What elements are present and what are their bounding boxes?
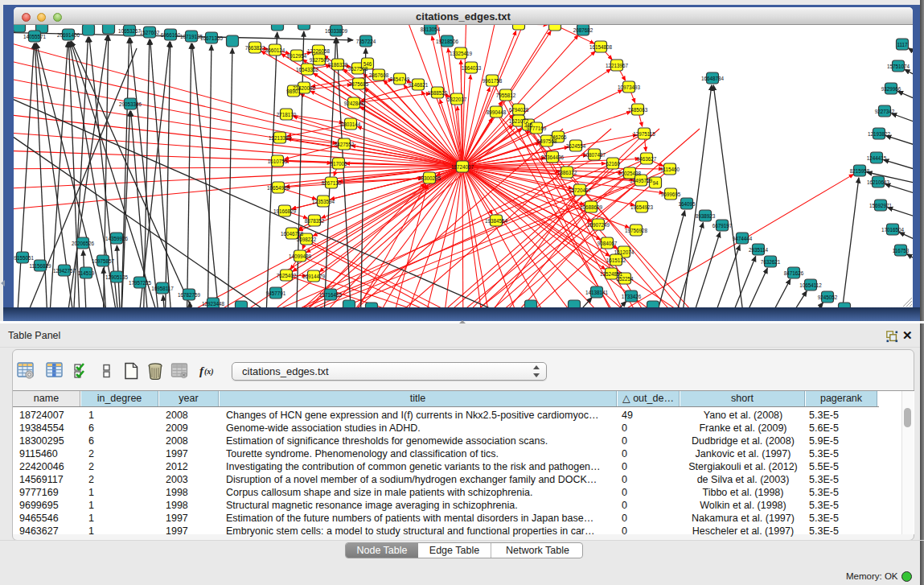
svg-text:10975857: 10975857: [92, 258, 115, 264]
svg-text:17957225: 17957225: [129, 280, 152, 286]
svg-text:1364033: 1364033: [462, 65, 482, 71]
svg-text:116753: 116753: [893, 248, 910, 253]
svg-text:9699695: 9699695: [661, 192, 681, 197]
svg-text:16210643: 16210643: [867, 179, 890, 185]
svg-text:8990448: 8990448: [487, 109, 507, 115]
svg-text:12213389: 12213389: [269, 135, 292, 141]
svg-text:1588520: 1588520: [428, 90, 448, 96]
svg-text:10973493: 10973493: [618, 84, 641, 90]
svg-text:7955812: 7955812: [496, 93, 516, 98]
svg-text:19756928: 19756928: [625, 228, 648, 233]
svg-text:9227342: 9227342: [875, 109, 895, 114]
svg-text:20206526: 20206526: [72, 241, 95, 246]
svg-text:9329966: 9329966: [881, 86, 901, 92]
svg-text:7485063: 7485063: [628, 107, 648, 113]
svg-text:2803144: 2803144: [341, 122, 361, 127]
svg-text:10654988: 10654988: [267, 185, 290, 191]
svg-text:9146821: 9146821: [409, 82, 429, 88]
svg-text:8912954: 8912954: [287, 53, 307, 59]
svg-text:12923448: 12923448: [202, 301, 225, 307]
svg-text:3624554: 3624554: [566, 143, 586, 149]
svg-text:16543362: 16543362: [296, 67, 319, 72]
svg-text:9457791: 9457791: [266, 290, 286, 296]
svg-text:94: 94: [652, 180, 659, 186]
svg-text:8813054: 8813054: [421, 27, 441, 32]
svg-text:2087682: 2087682: [573, 27, 593, 33]
svg-text:7357224: 7357224: [356, 39, 376, 44]
svg-text:8878352: 8878352: [305, 218, 325, 224]
svg-text:8454749: 8454749: [390, 76, 410, 82]
svg-text:10688609: 10688609: [580, 204, 603, 210]
svg-text:5322037: 5322037: [447, 97, 467, 102]
svg-text:12942757: 12942757: [53, 268, 76, 274]
svg-text:8427552: 8427552: [335, 142, 355, 147]
svg-text:15716485: 15716485: [319, 292, 343, 298]
svg-text:18907249: 18907249: [587, 222, 610, 228]
svg-text:16958117: 16958117: [151, 286, 174, 291]
svg-text:20364436: 20364436: [541, 154, 565, 160]
svg-text:9961758: 9961758: [483, 78, 503, 84]
svg-text:917006: 917006: [330, 161, 347, 167]
svg-text:7663822: 7663822: [245, 45, 265, 51]
svg-text:7386372: 7386372: [557, 170, 577, 175]
svg-text:1117: 1117: [897, 42, 908, 47]
svg-text:9463627: 9463627: [637, 156, 657, 162]
svg-text:29053346: 29053346: [119, 101, 142, 107]
svg-text:12975115: 12975115: [633, 131, 655, 137]
svg-text:546: 546: [363, 61, 372, 67]
svg-text:10653267: 10653267: [118, 28, 142, 34]
svg-text:15751074: 15751074: [887, 64, 910, 69]
svg-text:62160: 62160: [606, 161, 620, 167]
svg-text:2867608: 2867608: [369, 72, 389, 78]
svg-text:16914479: 16914479: [302, 274, 326, 279]
svg-text:10025438: 10025438: [618, 171, 642, 176]
svg-text:2718170: 2718170: [277, 112, 297, 117]
svg-text:8471626: 8471626: [784, 270, 804, 276]
svg-text:16648784: 16648784: [701, 76, 725, 81]
svg-text:8215958: 8215958: [850, 168, 870, 174]
svg-text:1527602: 1527602: [140, 30, 160, 35]
svg-text:252254: 252254: [616, 276, 634, 282]
svg-text:114519: 114519: [78, 270, 95, 276]
svg-text:12905135: 12905135: [105, 274, 129, 280]
svg-text:7625402: 7625402: [277, 273, 297, 278]
svg-text:(x): (x): [204, 367, 214, 377]
svg-text:2935114: 2935114: [749, 247, 769, 253]
svg-text:9474444: 9474444: [733, 236, 753, 241]
svg-text:1244415: 1244415: [867, 155, 887, 161]
svg-text:16033809: 16033809: [325, 28, 348, 34]
svg-text:9527508: 9527508: [348, 66, 368, 72]
svg-text:11156829: 11156829: [29, 263, 51, 269]
svg-text:10654112: 10654112: [799, 282, 822, 288]
svg-text:7632621: 7632621: [761, 259, 781, 265]
svg-text:17016504: 17016504: [881, 227, 905, 233]
svg-text:19166829: 19166829: [273, 208, 297, 214]
svg-text:1615132: 1615132: [606, 257, 626, 263]
svg-text:8267130: 8267130: [322, 180, 342, 186]
svg-text:15720407: 15720407: [569, 187, 592, 193]
svg-text:1610755: 1610755: [268, 159, 288, 164]
svg-text:19384554: 19384554: [485, 218, 508, 224]
svg-text:16046798: 16046798: [281, 231, 304, 237]
svg-text:8660124: 8660124: [265, 47, 285, 53]
svg-text:9084067: 9084067: [598, 241, 618, 246]
svg-text:164095: 164095: [678, 201, 696, 207]
svg-text:12213967: 12213967: [606, 63, 629, 68]
svg-text:14099489: 14099489: [289, 253, 312, 259]
svg-text:6497568: 6497568: [537, 138, 557, 144]
svg-text:8938923: 8938923: [696, 213, 716, 219]
svg-text:98901: 98901: [286, 89, 301, 94]
svg-text:9245052: 9245052: [818, 295, 838, 300]
svg-text:6794028: 6794028: [509, 107, 529, 113]
svg-text:39155051: 39155051: [14, 255, 34, 261]
svg-text:12193822: 12193822: [868, 131, 891, 137]
svg-text:12353594: 12353594: [312, 199, 335, 204]
svg-text:14138141: 14138141: [585, 290, 609, 295]
svg-text:13226058: 13226058: [307, 48, 331, 54]
svg-text:8186328: 8186328: [328, 62, 348, 68]
svg-text:3875685: 3875685: [349, 81, 369, 87]
svg-text:16782759: 16782759: [178, 292, 201, 298]
svg-text:1733426: 1733426: [622, 294, 642, 299]
svg-text:14495759: 14495759: [630, 178, 653, 183]
svg-text:18724007: 18724007: [451, 164, 474, 170]
